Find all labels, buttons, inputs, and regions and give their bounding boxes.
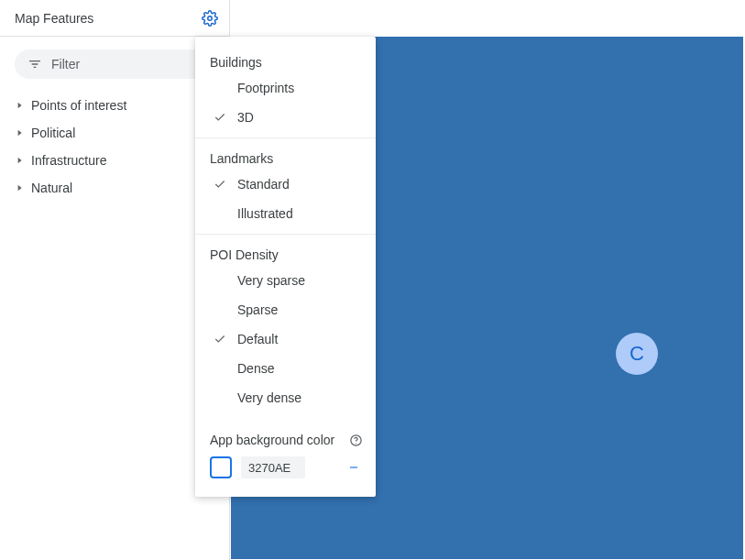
popup-item[interactable]: Sparse — [195, 295, 376, 324]
check-icon — [214, 333, 237, 346]
popup-section: BuildingsFootprints3D — [195, 42, 376, 137]
filter-input[interactable]: Filter — [15, 49, 214, 79]
settings-popup: BuildingsFootprints3DLandmarksStandardIl… — [195, 37, 376, 497]
filter-placeholder: Filter — [51, 57, 80, 71]
popup-item-label: Illustrated — [237, 206, 293, 221]
popup-item[interactable]: Dense — [195, 354, 376, 383]
popup-item[interactable]: 3D — [195, 103, 376, 132]
remove-color-button[interactable] — [345, 458, 363, 477]
svg-point-2 — [356, 443, 356, 444]
popup-section: LandmarksStandardIllustrated — [195, 137, 376, 234]
popup-item-label: Dense — [237, 361, 274, 376]
caret-right-icon — [16, 129, 24, 137]
popup-item-label: Sparse — [237, 302, 278, 317]
popup-section-title: Landmarks — [195, 144, 376, 170]
app-bg-section: App background color — [195, 418, 376, 484]
popup-item-label: Default — [237, 332, 278, 346]
popup-section-title: POI Density — [195, 240, 376, 266]
help-icon[interactable] — [348, 433, 363, 447]
popup-item[interactable]: Footprints — [195, 73, 376, 103]
caret-right-icon — [16, 184, 24, 192]
svg-point-0 — [208, 16, 213, 20]
popup-section-title: Buildings — [195, 48, 376, 73]
popup-section: POI DensityVery sparseSparseDefaultDense… — [195, 234, 376, 418]
app-bg-label: App background color — [210, 433, 334, 447]
tree-item[interactable]: Infrastructure — [16, 147, 214, 174]
popup-item-label: Standard — [237, 177, 290, 192]
caret-right-icon — [16, 102, 24, 109]
popup-item[interactable]: Standard — [195, 170, 376, 199]
tree-item-label: Infrastructure — [31, 153, 106, 168]
tree-item[interactable]: Points of interest — [16, 92, 214, 119]
color-swatch[interactable] — [210, 456, 232, 478]
avatar-letter: C — [630, 342, 644, 366]
popup-item-label: 3D — [237, 110, 254, 125]
popup-item[interactable]: Very dense — [195, 383, 376, 412]
color-hex-input[interactable] — [241, 456, 305, 478]
popup-item-label: Very sparse — [237, 273, 305, 288]
filter-icon — [27, 57, 42, 71]
tree-item-label: Points of interest — [31, 98, 126, 113]
check-icon — [214, 111, 237, 124]
avatar: C — [616, 333, 658, 375]
popup-item[interactable]: Default — [195, 324, 376, 354]
sidebar-title: Map Features — [15, 11, 93, 26]
tree-item-label: Natural — [31, 181, 72, 195]
tree-item-label: Political — [31, 126, 75, 140]
check-icon — [214, 178, 237, 191]
color-row — [195, 453, 376, 478]
popup-item-label: Footprints — [237, 81, 294, 95]
app-bg-header: App background color — [195, 423, 376, 453]
caret-right-icon — [16, 157, 24, 164]
tree-item[interactable]: Political — [16, 119, 214, 147]
popup-item[interactable]: Illustrated — [195, 199, 376, 228]
popup-item[interactable]: Very sparse — [195, 266, 376, 295]
sidebar-header: Map Features — [0, 0, 229, 37]
tree-item[interactable]: Natural — [16, 174, 214, 202]
popup-item-label: Very dense — [237, 390, 301, 405]
gear-icon[interactable] — [202, 10, 218, 27]
